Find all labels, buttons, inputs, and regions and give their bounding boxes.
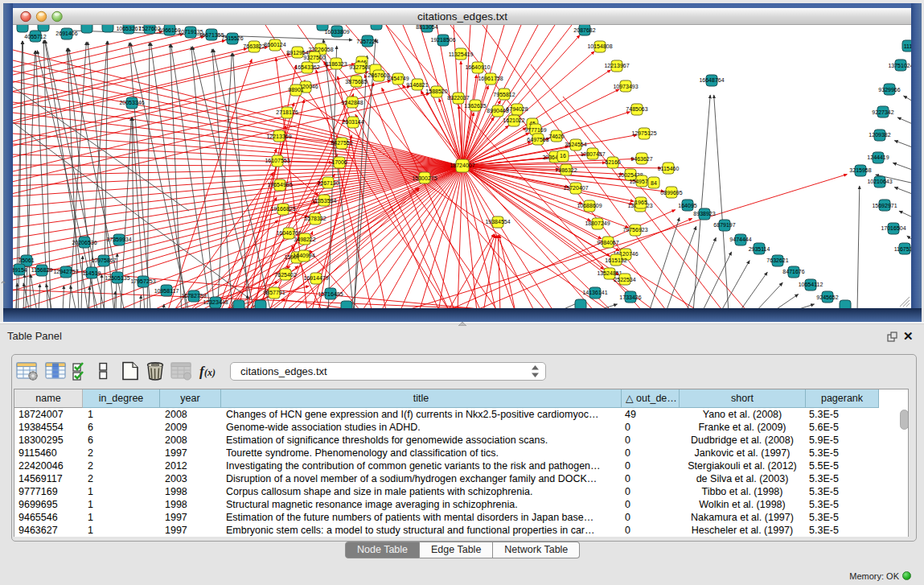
svg-text:9327500: 9327500 xyxy=(303,55,325,60)
svg-text:4055712: 4055712 xyxy=(24,34,46,39)
svg-text:8471676: 8471676 xyxy=(782,269,804,274)
svg-text:39154: 39154 xyxy=(11,267,27,273)
svg-text:8427552: 8427552 xyxy=(331,140,352,146)
svg-text:2087682: 2087682 xyxy=(573,27,595,33)
svg-text:16046766: 16046766 xyxy=(276,230,301,236)
svg-text:9242848: 9242848 xyxy=(341,100,363,105)
svg-text:20053346: 20053346 xyxy=(119,100,144,105)
svg-text:16648764: 16648764 xyxy=(699,77,724,83)
svg-text:74620: 74620 xyxy=(548,134,565,139)
svg-text:1156829: 1156829 xyxy=(31,267,53,273)
svg-text:1615132: 1615132 xyxy=(605,257,626,263)
svg-text:3498222: 3498222 xyxy=(294,237,315,242)
svg-text:9245652: 9245652 xyxy=(816,295,838,300)
svg-text:9857791: 9857791 xyxy=(263,290,285,295)
svg-text:8938923: 8938923 xyxy=(693,211,715,216)
svg-text:15716485: 15716485 xyxy=(318,291,343,297)
svg-text:10654112: 10654112 xyxy=(799,282,823,287)
svg-text:6879197: 6879197 xyxy=(713,222,735,228)
svg-text:1965: 1965 xyxy=(634,200,647,205)
svg-text:84: 84 xyxy=(651,180,657,186)
svg-text:7663822: 7663822 xyxy=(243,43,265,49)
svg-text:164095: 164095 xyxy=(678,203,696,208)
svg-text:0899695: 0899695 xyxy=(660,190,682,196)
svg-text:12975125: 12975125 xyxy=(631,130,656,136)
svg-text:10958117: 10958117 xyxy=(154,288,179,294)
svg-text:6794028: 6794028 xyxy=(506,106,528,112)
svg-text:16107553: 16107553 xyxy=(265,158,290,163)
svg-text:15300275: 15300275 xyxy=(412,175,437,181)
svg-text:9115460: 9115460 xyxy=(658,166,680,171)
svg-text:12213967: 12213967 xyxy=(604,63,629,68)
svg-text:16543362: 16543362 xyxy=(294,64,319,70)
svg-text:8186323: 8186323 xyxy=(325,61,347,67)
svg-text:10688609: 10688609 xyxy=(577,203,602,208)
svg-text:19166825: 19166825 xyxy=(270,206,295,212)
svg-text:111: 111 xyxy=(904,43,913,49)
svg-text:6497568: 6497568 xyxy=(527,137,548,142)
svg-text:15720407: 15720407 xyxy=(563,185,588,191)
svg-text:16782759: 16782759 xyxy=(181,293,206,299)
svg-text:9474444: 9474444 xyxy=(729,237,751,242)
svg-text:16: 16 xyxy=(560,153,566,159)
svg-text:3624554: 3624554 xyxy=(565,142,586,147)
svg-text:18807249: 18807249 xyxy=(585,220,610,226)
svg-text:10807487: 10807487 xyxy=(580,151,605,157)
svg-text:9146821: 9146821 xyxy=(406,82,428,88)
svg-text:20206536: 20206536 xyxy=(72,240,97,245)
svg-text:(x): (x) xyxy=(204,367,216,378)
svg-text:12323448: 12323448 xyxy=(203,299,228,305)
svg-text:114519: 114519 xyxy=(83,270,101,276)
svg-text:3875685: 3875685 xyxy=(345,79,367,84)
svg-text:11325419: 11325419 xyxy=(449,51,474,57)
svg-text:19384554: 19384554 xyxy=(485,219,510,225)
svg-text:7955812: 7955812 xyxy=(493,92,515,97)
svg-text:16640910: 16640910 xyxy=(465,64,490,70)
svg-text:17016504: 17016504 xyxy=(881,225,906,231)
svg-text:2691406: 2691406 xyxy=(55,31,77,36)
svg-text:7632621: 7632621 xyxy=(766,257,788,263)
svg-text:17957253: 17957253 xyxy=(130,278,155,284)
svg-text:9084067: 9084067 xyxy=(597,240,618,245)
svg-text:19218506: 19218506 xyxy=(430,37,455,43)
svg-text:3215958: 3215958 xyxy=(849,167,871,173)
svg-text:8454749: 8454749 xyxy=(387,76,409,81)
svg-text:1640994: 1640994 xyxy=(293,253,314,258)
svg-text:11353594: 11353594 xyxy=(312,198,337,204)
svg-text:8322037: 8322037 xyxy=(447,95,469,101)
svg-text:1209382: 1209382 xyxy=(869,132,890,138)
svg-text:9777169: 9777169 xyxy=(524,127,546,133)
svg-text:10973493: 10973493 xyxy=(613,84,638,89)
svg-text:1244419: 1244419 xyxy=(867,154,889,160)
svg-text:17359934: 17359934 xyxy=(106,237,131,242)
svg-text:17006: 17006 xyxy=(331,159,347,165)
svg-text:1733426: 1733426 xyxy=(619,295,641,300)
svg-text:13524851: 13524851 xyxy=(597,270,622,276)
svg-text:16033809: 16033809 xyxy=(324,29,349,35)
svg-text:62160: 62160 xyxy=(605,159,621,165)
svg-text:16961758: 16961758 xyxy=(478,76,503,81)
svg-text:10154808: 10154808 xyxy=(587,43,612,49)
svg-text:1362635: 1362635 xyxy=(464,103,486,109)
svg-text:14136141: 14136141 xyxy=(582,290,607,295)
svg-text:12213369: 12213369 xyxy=(266,134,291,139)
svg-text:10975867: 10975867 xyxy=(91,257,116,263)
svg-text:18724007: 18724007 xyxy=(450,163,474,168)
svg-text:9227342: 9227342 xyxy=(872,109,893,115)
svg-text:2935114: 2935114 xyxy=(749,246,770,252)
svg-text:1588520: 1588520 xyxy=(425,89,447,94)
svg-text:3267130: 3267130 xyxy=(317,180,339,186)
svg-text:15692971: 15692971 xyxy=(872,203,897,208)
svg-text:7986322: 7986322 xyxy=(555,167,577,173)
svg-text:7625402: 7625402 xyxy=(274,272,296,278)
svg-text:10653267: 10653267 xyxy=(116,26,141,31)
svg-text:1621022: 1621022 xyxy=(503,117,524,123)
svg-text:7515526: 7515526 xyxy=(221,35,243,41)
svg-text:35061: 35061 xyxy=(18,257,35,263)
svg-text:10210643: 10210643 xyxy=(867,179,892,184)
svg-text:5578332: 5578332 xyxy=(304,216,326,221)
svg-text:79756923: 79756923 xyxy=(622,227,647,233)
svg-text:2718176: 2718176 xyxy=(276,109,298,115)
svg-text:16914479: 16914479 xyxy=(303,275,328,281)
svg-text:citations_edges.txt: citations_edges.txt xyxy=(417,10,507,23)
